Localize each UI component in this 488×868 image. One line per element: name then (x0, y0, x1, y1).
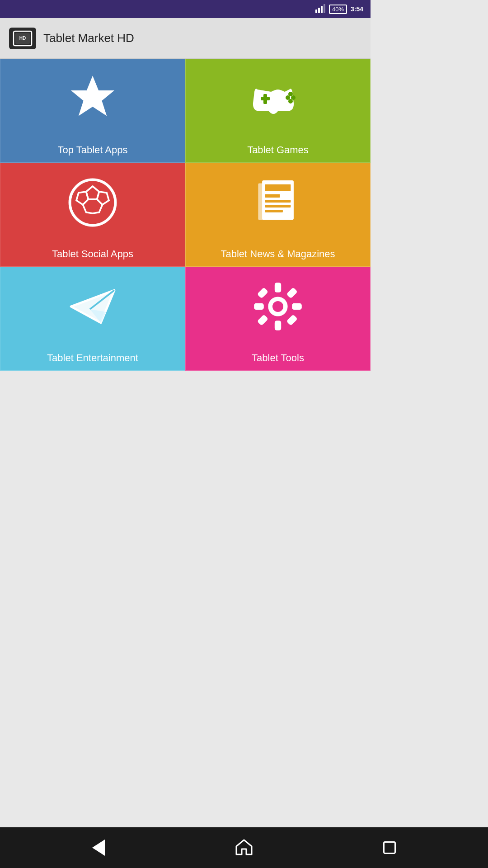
grid-item-tablet-entertainment[interactable]: Tablet Entertainment (0, 267, 185, 371)
clock: 3:54 (351, 5, 363, 13)
paper-plane-icon (0, 267, 185, 346)
svg-marker-7 (71, 75, 114, 116)
signal-icon (315, 4, 325, 14)
newspaper-icon (186, 163, 370, 242)
status-icons: 40% 3:54 (315, 4, 363, 14)
svg-rect-20 (258, 183, 265, 220)
grid-item-tablet-news[interactable]: Tablet News & Magazines (185, 163, 371, 267)
svg-rect-37 (257, 314, 268, 326)
svg-rect-1 (318, 8, 320, 13)
svg-rect-34 (292, 303, 302, 310)
tablet-entertainment-label: Tablet Entertainment (0, 346, 185, 370)
star-icon (0, 59, 185, 138)
svg-rect-31 (275, 283, 281, 292)
top-tablet-apps-label: Top Tablet Apps (0, 138, 185, 162)
svg-rect-21 (265, 184, 291, 191)
svg-rect-33 (254, 303, 264, 310)
svg-rect-24 (265, 205, 291, 207)
svg-rect-38 (286, 314, 297, 326)
svg-rect-9 (261, 97, 270, 100)
svg-point-12 (288, 92, 293, 96)
svg-point-30 (270, 299, 286, 314)
soccer-icon (0, 163, 185, 242)
svg-rect-32 (275, 321, 281, 330)
svg-rect-36 (286, 287, 297, 298)
tablet-games-label: Tablet Games (186, 138, 370, 162)
status-bar: 40% 3:54 (0, 0, 371, 18)
category-grid: Top Tablet Apps Tablet Games (0, 59, 371, 371)
gamepad-icon (186, 59, 370, 138)
grid-item-tablet-games[interactable]: Tablet Games (185, 59, 371, 163)
svg-marker-16 (97, 192, 109, 205)
app-title: Tablet Market HD (43, 31, 134, 45)
svg-rect-23 (265, 200, 291, 202)
svg-marker-17 (76, 192, 88, 205)
tablet-news-label: Tablet News & Magazines (186, 242, 370, 266)
battery-indicator: 40% (329, 5, 347, 14)
svg-rect-3 (324, 4, 325, 13)
svg-rect-35 (257, 287, 268, 298)
grid-item-tablet-tools[interactable]: Tablet Tools (185, 267, 371, 371)
svg-point-10 (286, 95, 290, 100)
grid-item-top-tablet-apps[interactable]: Top Tablet Apps (0, 59, 185, 163)
svg-rect-25 (265, 210, 283, 212)
svg-text:HD: HD (19, 36, 26, 41)
app-header: HD Tablet Market HD (0, 18, 371, 59)
gear-icon (186, 267, 370, 346)
svg-point-11 (291, 95, 296, 100)
tablet-tools-label: Tablet Tools (186, 346, 370, 370)
app-logo: HD (9, 28, 36, 49)
svg-marker-18 (83, 199, 102, 213)
svg-rect-0 (315, 9, 317, 13)
tablet-social-apps-label: Tablet Social Apps (0, 242, 185, 266)
grid-item-tablet-social-apps[interactable]: Tablet Social Apps (0, 163, 185, 267)
svg-rect-2 (321, 6, 323, 13)
bottom-spacer (0, 371, 371, 470)
svg-rect-22 (265, 194, 280, 198)
svg-point-13 (288, 99, 293, 104)
